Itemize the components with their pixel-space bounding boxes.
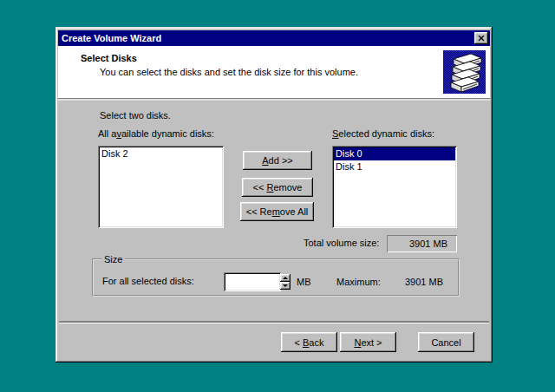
total-volume-size-label: Total volume size: <box>304 238 379 249</box>
selected-disks-label: Selected dynamic disks: <box>332 128 434 140</box>
close-icon <box>478 36 485 42</box>
close-button[interactable] <box>474 32 488 44</box>
remove-button[interactable]: << Remove <box>242 178 313 197</box>
cancel-button[interactable]: Cancel <box>418 332 474 352</box>
available-disks-listbox[interactable]: Disk 2 <box>98 146 224 228</box>
back-button[interactable]: < Back <box>281 332 337 352</box>
spin-down-button[interactable] <box>280 282 291 290</box>
up-arrow-icon <box>283 277 288 279</box>
disk-stack-icon <box>443 50 486 94</box>
button-separator <box>59 321 489 323</box>
down-arrow-icon <box>283 284 288 287</box>
list-item[interactable]: Disk 2 <box>100 147 222 160</box>
window-title: Create Volume Wizard <box>62 33 161 43</box>
size-group-title: Size <box>101 254 125 265</box>
page-title: Select Disks <box>81 53 137 63</box>
titlebar[interactable]: Create Volume Wizard <box>58 30 490 46</box>
remove-all-button[interactable]: << Remove All <box>240 202 314 221</box>
instruction-text: Select two disks. <box>100 110 171 121</box>
size-input[interactable] <box>224 272 281 291</box>
size-spin-control <box>224 272 291 291</box>
available-disks-label: All available dynamic disks: <box>98 128 214 140</box>
mb-unit-label: MB <box>297 277 311 288</box>
next-button[interactable]: Next > <box>340 332 396 352</box>
add-button[interactable]: Add >> <box>243 151 312 170</box>
maximum-label: Maximum: <box>336 277 381 288</box>
size-spinner <box>280 274 291 290</box>
create-volume-wizard-dialog: Create Volume Wizard Select Disks You ca… <box>56 27 493 363</box>
page-description: You can select the disks and set the dis… <box>100 67 358 77</box>
total-volume-size-value: 3901 MB <box>387 235 457 252</box>
maximum-value: 3901 MB <box>405 277 443 288</box>
desktop: Create Volume Wizard Select Disks You ca… <box>0 0 555 392</box>
selected-disks-listbox[interactable]: Disk 0 Disk 1 <box>332 146 457 228</box>
for-all-selected-disks-label: For all selected disks: <box>102 276 194 287</box>
spin-up-button[interactable] <box>280 274 291 282</box>
list-item[interactable]: Disk 1 <box>334 160 455 173</box>
wizard-header: Select Disks You can select the disks an… <box>58 46 490 99</box>
list-item[interactable]: Disk 0 <box>334 147 455 160</box>
